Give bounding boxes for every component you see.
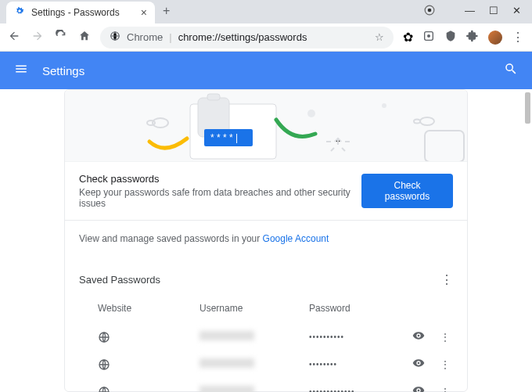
appbar-title: Settings bbox=[42, 64, 84, 77]
profile-indicator-icon[interactable] bbox=[424, 5, 435, 18]
check-passwords-subtext: Keep your passwords safe from data breac… bbox=[79, 187, 361, 209]
svg-point-12 bbox=[307, 110, 315, 117]
svg-point-16 bbox=[382, 103, 386, 108]
settings-appbar: Settings bbox=[0, 52, 532, 89]
tab-close-icon[interactable]: × bbox=[141, 6, 147, 19]
hamburger-menu-icon[interactable] bbox=[14, 62, 28, 79]
row-menu-icon[interactable]: ⋮ bbox=[440, 359, 450, 370]
extension-icon[interactable]: ✿ bbox=[403, 30, 413, 45]
check-passwords-button[interactable]: Check passwords bbox=[361, 174, 453, 208]
browser-toolbar: Chrome | chrome://settings/passwords ☆ ✿… bbox=[0, 23, 532, 52]
password-masked: ••••••••••••• bbox=[309, 387, 403, 392]
column-username: Username bbox=[200, 303, 309, 314]
saved-passwords-menu-icon[interactable]: ⋮ bbox=[440, 272, 453, 287]
username-redacted bbox=[200, 331, 254, 340]
passwords-card: * * * * | Check passwords Keep your pass… bbox=[64, 89, 468, 392]
username-redacted bbox=[200, 386, 254, 392]
svg-point-14 bbox=[420, 117, 434, 125]
row-menu-icon[interactable]: ⋮ bbox=[440, 387, 450, 393]
globe-icon bbox=[98, 386, 110, 393]
check-passwords-heading: Check passwords bbox=[79, 173, 361, 185]
saved-passwords-title: Saved Passwords bbox=[79, 274, 160, 286]
new-tab-button[interactable]: + bbox=[163, 4, 170, 20]
globe-icon bbox=[98, 331, 110, 343]
url-path: chrome://settings/passwords bbox=[178, 31, 307, 43]
site-info-icon[interactable] bbox=[110, 31, 120, 44]
column-website: Website bbox=[98, 303, 200, 314]
url-scheme: Chrome bbox=[127, 31, 163, 43]
home-button[interactable] bbox=[78, 30, 91, 45]
show-password-icon[interactable] bbox=[412, 357, 425, 372]
hero-illustration: * * * * | bbox=[65, 90, 467, 162]
minimize-button[interactable]: — bbox=[465, 5, 475, 18]
bookmark-star-icon[interactable]: ☆ bbox=[375, 31, 384, 43]
avatar[interactable] bbox=[488, 31, 502, 45]
table-header: Website Username Password bbox=[79, 298, 453, 323]
username-redacted bbox=[200, 358, 254, 368]
svg-point-4 bbox=[427, 34, 430, 38]
password-masked: •••••••• bbox=[309, 360, 403, 369]
reload-button[interactable] bbox=[55, 30, 67, 45]
show-password-icon[interactable] bbox=[412, 329, 425, 344]
extension-icon[interactable] bbox=[422, 30, 435, 45]
extensions-button[interactable] bbox=[466, 30, 479, 45]
search-icon[interactable] bbox=[504, 62, 518, 79]
address-bar[interactable]: Chrome | chrome://settings/passwords ☆ bbox=[100, 27, 394, 49]
maximize-button[interactable]: ☐ bbox=[489, 5, 498, 18]
check-passwords-row: Check passwords Keep your passwords safe… bbox=[65, 162, 467, 221]
titlebar: Settings - Passwords × + — ☐ ✕ bbox=[0, 0, 532, 23]
manage-text: View and manage saved passwords in your bbox=[79, 233, 263, 244]
manage-passwords-row: View and manage saved passwords in your … bbox=[65, 221, 467, 257]
extension-icon[interactable] bbox=[444, 30, 457, 45]
back-button[interactable] bbox=[8, 30, 20, 45]
svg-point-15 bbox=[414, 120, 420, 124]
row-menu-icon[interactable]: ⋮ bbox=[440, 332, 450, 343]
scrollbar-thumb[interactable] bbox=[525, 92, 530, 124]
svg-rect-13 bbox=[425, 131, 464, 162]
gear-icon bbox=[14, 5, 25, 20]
svg-rect-7 bbox=[207, 94, 220, 100]
svg-point-1 bbox=[428, 9, 432, 13]
forward-button bbox=[31, 30, 44, 45]
saved-passwords-section: Saved Passwords ⋮ Website Username Passw… bbox=[65, 257, 467, 392]
content-area: * * * * | Check passwords Keep your pass… bbox=[0, 89, 532, 392]
column-password: Password bbox=[309, 303, 403, 314]
svg-point-11 bbox=[147, 120, 155, 125]
window-controls: — ☐ ✕ bbox=[413, 0, 532, 23]
show-password-icon[interactable] bbox=[412, 384, 425, 392]
browser-tab[interactable]: Settings - Passwords × bbox=[6, 2, 155, 23]
browser-menu-button[interactable]: ⋮ bbox=[512, 30, 524, 45]
google-account-link[interactable]: Google Account bbox=[263, 233, 329, 244]
table-row: •••••••••• ⋮ bbox=[79, 323, 453, 351]
table-row: ••••••••••••• ⋮ bbox=[79, 378, 453, 392]
tab-title: Settings - Passwords bbox=[31, 7, 135, 18]
close-window-button[interactable]: ✕ bbox=[512, 5, 521, 18]
table-row: •••••••• ⋮ bbox=[79, 351, 453, 378]
svg-text:* * * * |: * * * * | bbox=[210, 132, 238, 143]
password-masked: •••••••••• bbox=[309, 333, 403, 341]
globe-icon bbox=[98, 358, 110, 371]
